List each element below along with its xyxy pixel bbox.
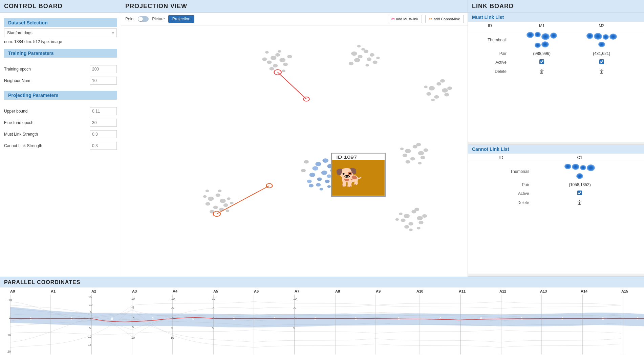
svg-point-13 xyxy=(358,55,362,58)
svg-text:A15: A15 xyxy=(621,289,628,293)
svg-text:A6: A6 xyxy=(254,289,259,293)
svg-point-35 xyxy=(317,177,322,181)
svg-point-57 xyxy=(213,205,218,209)
fine-tune-epoch-label: Fine-tune epoch xyxy=(4,120,34,125)
svg-point-102 xyxy=(447,86,452,90)
svg-text:A1: A1 xyxy=(51,289,56,293)
svg-point-66 xyxy=(230,202,234,204)
m2-thumbnail xyxy=(572,30,631,50)
must-link-active-row: Active xyxy=(468,58,644,67)
parallel-canvas[interactable]: .axis-line { stroke: #aaa; stroke-width:… xyxy=(0,287,644,358)
link-board: LINK BOARD Must Link List ID M1 M2 xyxy=(468,0,644,277)
svg-point-87 xyxy=(399,213,403,215)
svg-point-27 xyxy=(315,162,321,166)
svg-point-89 xyxy=(422,214,427,218)
add-cannot-link-button[interactable]: ✂ add Cannot-link xyxy=(425,15,464,23)
svg-point-14 xyxy=(364,50,368,53)
svg-point-21 xyxy=(365,64,369,67)
svg-point-7 xyxy=(262,58,267,61)
cannot-thumbnail-label: Thumbnail xyxy=(468,162,535,181)
svg-point-53 xyxy=(208,197,214,201)
must-link-scrollbar[interactable] xyxy=(468,142,644,144)
cannot-link-header: Cannot Link List xyxy=(468,145,644,154)
svg-point-9 xyxy=(269,67,274,71)
svg-text:A12: A12 xyxy=(499,289,506,293)
svg-text:-5: -5 xyxy=(171,306,174,310)
m2-delete-button[interactable]: 🗑 xyxy=(599,68,604,74)
cannot-link-id-col: ID xyxy=(468,154,535,162)
svg-point-90 xyxy=(404,225,409,228)
svg-point-6 xyxy=(278,50,281,53)
svg-point-61 xyxy=(227,197,231,200)
c1-delete-button[interactable]: 🗑 xyxy=(577,200,582,205)
active-label: Active xyxy=(468,58,512,67)
pair-label: Pair xyxy=(468,49,512,58)
svg-point-18 xyxy=(370,53,374,57)
training-epoch-label: Training epoch xyxy=(4,67,31,72)
svg-point-16 xyxy=(367,58,371,61)
svg-text:-10: -10 xyxy=(88,303,92,306)
svg-point-95 xyxy=(436,82,441,85)
add-must-link-button[interactable]: ✂ add Must-link xyxy=(388,15,422,23)
svg-point-47 xyxy=(301,169,306,172)
cannot-link-scrollbar[interactable] xyxy=(468,274,644,276)
cannot-link-table: ID C1 Thumbnail xyxy=(468,154,644,207)
svg-point-37 xyxy=(307,180,312,183)
m1-thumbnail xyxy=(512,30,572,50)
cannot-link-strength-input[interactable] xyxy=(90,142,117,150)
neighbor-num-input[interactable] xyxy=(90,77,117,85)
must-link-delete-row: Delete 🗑 🗑 xyxy=(468,67,644,76)
svg-point-34 xyxy=(327,174,331,178)
projection-canvas[interactable]: ID:1097 🐕 xyxy=(121,25,468,277)
svg-point-23 xyxy=(376,57,380,59)
svg-point-80 xyxy=(418,162,422,164)
svg-text:0: 0 xyxy=(480,317,482,321)
svg-text:ID:1097: ID:1097 xyxy=(336,155,357,160)
svg-point-12 xyxy=(351,52,357,56)
link-board-title: LINK BOARD xyxy=(468,0,644,13)
cannot-link-strength-label: Cannot Link Strength xyxy=(4,143,42,148)
m2-active-checkbox[interactable] xyxy=(599,59,604,64)
cannot-active-label: Active xyxy=(468,189,535,198)
upper-bound-input[interactable] xyxy=(90,107,117,115)
svg-text:A0: A0 xyxy=(10,289,15,293)
svg-text:-10: -10 xyxy=(211,297,215,300)
svg-text:10: 10 xyxy=(131,336,135,339)
svg-text:15: 15 xyxy=(88,343,91,346)
svg-point-59 xyxy=(203,195,207,198)
svg-point-20 xyxy=(373,60,378,64)
c1-active-checkbox[interactable] xyxy=(577,191,582,195)
must-link-strength-input[interactable] xyxy=(90,130,117,138)
svg-point-1 xyxy=(275,53,280,57)
m1-pair-value: (988,996) xyxy=(512,49,572,58)
svg-point-39 xyxy=(316,183,321,186)
svg-text:A9: A9 xyxy=(376,289,381,293)
svg-point-54 xyxy=(216,194,220,197)
svg-point-64 xyxy=(206,190,209,192)
m1-active-checkbox[interactable] xyxy=(539,59,544,64)
svg-point-77 xyxy=(416,143,421,146)
svg-text:A4: A4 xyxy=(173,289,178,293)
projection-svg: ID:1097 🐕 xyxy=(121,25,468,277)
cannot-link-thumbnail-row: Thumbnail xyxy=(468,162,644,181)
fine-tune-epoch-input[interactable] xyxy=(90,119,117,127)
svg-point-2 xyxy=(279,58,285,62)
dataset-select[interactable]: Stanford dogs xyxy=(4,28,117,37)
projection-toolbar: Point Picture Projection ✂ add Must-link… xyxy=(121,13,468,25)
projection-button[interactable]: Projection xyxy=(168,15,194,23)
training-epoch-input[interactable] xyxy=(90,65,117,73)
svg-text:-10: -10 xyxy=(292,297,297,300)
m1-delete-button[interactable]: 🗑 xyxy=(539,68,544,74)
svg-text:A10: A10 xyxy=(416,289,423,293)
cannot-pair-label: Pair xyxy=(468,181,535,189)
svg-point-8 xyxy=(287,55,292,58)
svg-point-99 xyxy=(444,93,449,96)
svg-point-81 xyxy=(404,214,410,218)
svg-point-38 xyxy=(325,180,329,183)
view-toggle[interactable] xyxy=(138,16,149,22)
must-link-table: ID M1 M2 Thumbnail xyxy=(468,22,644,76)
cannot-link-delete-row: Delete 🗑 xyxy=(468,198,644,207)
svg-point-30 xyxy=(312,166,318,171)
parallel-coordinates-title: PARALLEL COORDINATES xyxy=(0,277,644,287)
svg-text:A11: A11 xyxy=(459,289,466,293)
